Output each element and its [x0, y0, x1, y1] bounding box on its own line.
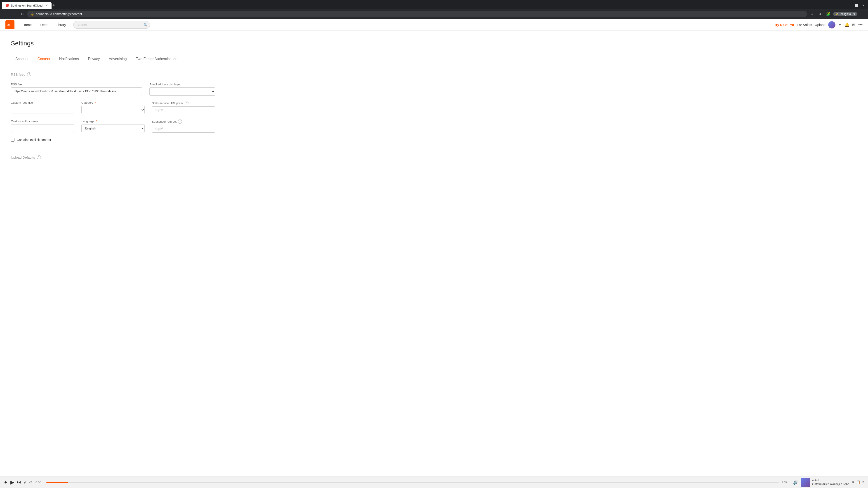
bottom-player: ⏮ ▶ ⏭ ⇄ ↺ 0:00 2:39 🔊 mikoll Ostatni dzi… — [0, 476, 868, 488]
svg-text:≋: ≋ — [6, 23, 10, 28]
stats-group: Stats-service URL prefix ? — [152, 101, 215, 114]
forward-button[interactable]: → — [11, 11, 17, 17]
player-info: mikoll Ostatni dzień wakacji z Tobą — [801, 478, 849, 487]
custom-author-input[interactable] — [11, 124, 74, 132]
player-actions: ♥ 📋 ≡ — [852, 480, 864, 484]
user-avatar[interactable] — [828, 21, 835, 29]
explicit-content-row: Contains explicit content — [11, 138, 215, 142]
tab-privacy[interactable]: Privacy — [84, 54, 104, 64]
maximize-button[interactable]: ⬜ — [854, 3, 859, 8]
close-button[interactable]: ✕ — [861, 3, 866, 8]
volume-icon[interactable]: 🔊 — [793, 480, 798, 485]
try-next-pro-link[interactable]: Try Next Pro — [774, 23, 794, 27]
minimize-button[interactable]: — — [846, 3, 852, 8]
header-right: Try Next Pro For Artists Upload ▾ 🔔 ✉ ••… — [774, 21, 863, 29]
mail-icon[interactable]: ✉ — [852, 22, 856, 27]
explicit-label: Contains explicit content — [17, 138, 51, 142]
custom-title-input[interactable] — [11, 106, 74, 113]
main-nav: Home Feed Library — [19, 21, 70, 29]
rss-section-label: RSS feed ? — [11, 72, 215, 76]
current-time: 0:00 — [35, 481, 43, 484]
email-select[interactable] — [149, 88, 215, 96]
tab-content[interactable]: Content — [33, 54, 55, 64]
bookmark-icon[interactable]: ☆ — [809, 11, 815, 17]
window-controls: — ⬜ ✕ — [846, 3, 866, 8]
nav-home[interactable]: Home — [19, 21, 35, 29]
browser-chrome: 🔴 Settings on SoundCloud ✕ + — ⬜ ✕ ← → ↻… — [0, 0, 868, 19]
rss-feed-label: RSS feed — [11, 83, 142, 86]
language-required: * — [96, 120, 97, 123]
email-address-group: Email address displayed — [149, 83, 215, 96]
skip-forward-button[interactable]: ⏭ — [17, 480, 21, 485]
subscriber-group: Subscriber redirect ? — [152, 120, 215, 133]
repeat-button[interactable]: ↺ — [29, 481, 32, 484]
search-input[interactable] — [73, 21, 150, 29]
tab-title: Settings on SoundCloud — [11, 4, 42, 7]
stats-input[interactable] — [152, 106, 215, 114]
search-icon: 🔍 — [144, 23, 147, 27]
tab-advertising[interactable]: Advertising — [104, 54, 131, 64]
shuffle-button[interactable]: ⇄ — [24, 481, 26, 484]
player-track: Ostatni dzień wakacji z Tobą — [812, 482, 849, 486]
custom-author-group: Custom author name — [11, 120, 74, 133]
play-button[interactable]: ▶ — [10, 480, 14, 485]
download-icon[interactable]: ⬇ — [817, 11, 823, 17]
player-controls: ⏮ ▶ ⏭ ⇄ ↺ — [4, 480, 32, 485]
upload-link[interactable]: Upload — [815, 23, 826, 27]
player-meta: mikoll Ostatni dzień wakacji z Tobą — [812, 479, 849, 486]
avatar-chevron[interactable]: ▾ — [838, 23, 842, 27]
like-icon[interactable]: ♥ — [852, 480, 854, 484]
tab-two-factor[interactable]: Two Factor Authentication — [131, 54, 182, 64]
category-select[interactable] — [81, 106, 145, 114]
rss-feed-row: RSS feed Email address displayed — [11, 83, 215, 96]
back-button[interactable]: ← — [3, 11, 9, 17]
custom-title-label: Custom feed title — [11, 101, 74, 104]
progress-fill — [46, 482, 68, 483]
nav-library[interactable]: Library — [52, 21, 70, 29]
explicit-checkbox[interactable] — [11, 138, 14, 142]
tab-account[interactable]: Account — [11, 54, 33, 64]
browser-toolbar: ← → ↻ 🔒 soundcloud.com/settings/content … — [0, 9, 868, 19]
queue-icon[interactable]: ≡ — [862, 480, 864, 484]
notifications-bell-icon[interactable]: 🔔 — [844, 23, 849, 27]
soundcloud-app: ≋ Home Feed Library 🔍 Try Next Pro For A… — [0, 19, 868, 488]
extensions-icon[interactable]: 🧩 — [825, 11, 831, 17]
tab-notifications[interactable]: Notifications — [55, 54, 84, 64]
address-bar[interactable]: 🔒 soundcloud.com/settings/content — [27, 11, 807, 17]
custom-author-label: Custom author name — [11, 120, 74, 123]
rss-feed-group: RSS feed — [11, 83, 142, 96]
incognito-badge: 🕵 Incognito (2) — [833, 12, 857, 16]
upload-defaults-help-icon[interactable]: ? — [37, 155, 41, 159]
main-content: Settings Account Content Notifications P… — [0, 31, 226, 175]
custom-title-group: Custom feed title — [11, 101, 74, 114]
reload-button[interactable]: ↻ — [19, 11, 25, 17]
more-options-icon[interactable]: ••• — [858, 22, 863, 27]
stats-label: Stats-service URL prefix ? — [152, 101, 215, 105]
tab-favicon: 🔴 — [5, 4, 9, 7]
settings-tabs: Account Content Notifications Privacy Ad… — [11, 54, 215, 64]
incognito-label: Incognito (2) — [840, 12, 855, 15]
subscriber-help-icon[interactable]: ? — [178, 120, 182, 124]
new-tab-button[interactable]: + — [53, 3, 55, 8]
soundcloud-logo[interactable]: ≋ — [5, 20, 14, 29]
progress-bar[interactable] — [46, 482, 779, 483]
rss-help-icon[interactable]: ? — [27, 72, 31, 76]
rss-feed-input[interactable] — [11, 88, 142, 95]
toolbar-right: ☆ ⬇ 🧩 🕵 Incognito (2) ⋮ — [809, 11, 865, 17]
lock-icon: 🔒 — [31, 12, 34, 15]
for-artists-link[interactable]: For Artists — [797, 23, 812, 27]
menu-icon[interactable]: ⋮ — [859, 11, 865, 17]
active-tab[interactable]: 🔴 Settings on SoundCloud ✕ — [2, 2, 52, 9]
page-title: Settings — [11, 40, 215, 47]
stats-help-icon[interactable]: ? — [185, 101, 189, 105]
upload-defaults-section: Upload Defaults ? — [11, 155, 215, 159]
subscriber-input[interactable] — [152, 125, 215, 133]
language-select[interactable]: English — [81, 124, 145, 132]
skip-back-button[interactable]: ⏮ — [4, 480, 8, 485]
close-tab-button[interactable]: ✕ — [46, 4, 48, 7]
player-right: 🔊 mikoll Ostatni dzień wakacji z Tobą ♥ … — [793, 478, 864, 487]
add-to-playlist-icon[interactable]: 📋 — [856, 480, 861, 484]
nav-feed[interactable]: Feed — [36, 21, 51, 29]
form-row-3: Custom author name Language * English Su… — [11, 120, 215, 133]
form-row-2: Custom feed title Category * Stats-servi… — [11, 101, 215, 114]
